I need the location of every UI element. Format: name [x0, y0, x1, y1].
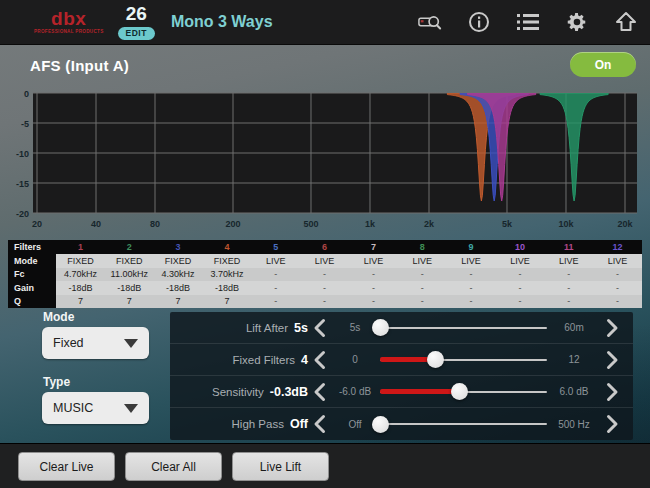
fixed-filters-max-label: 12: [547, 354, 601, 365]
high-pass-slider-knob[interactable]: [372, 416, 389, 433]
clear-live-button[interactable]: Clear Live: [18, 452, 115, 481]
filter-number: 10: [495, 240, 544, 254]
filter-gain-value: -: [544, 281, 593, 295]
svg-text:5k: 5k: [502, 219, 513, 229]
type-dropdown[interactable]: MUSIC: [42, 392, 149, 424]
lift-after-label: Lift After: [246, 322, 288, 334]
high-pass-max-label: 500 Hz: [547, 419, 601, 430]
fixed-filters-label-group: Fixed Filters4: [170, 353, 308, 367]
filter-number: 11: [544, 240, 593, 254]
dbx-logo: dbx PROFESSIONAL PRODUCTS: [34, 9, 104, 35]
slider-line: [380, 327, 547, 329]
filter-fc-value: 3.70kHz: [202, 268, 251, 282]
filter-fc-value: -: [593, 268, 642, 282]
device-block: 26 EDIT: [118, 4, 155, 40]
filter-number: 9: [447, 240, 496, 254]
table-row-label: Fc: [8, 268, 56, 282]
fixed-filters-slider-track[interactable]: [380, 344, 547, 375]
filter-mode-value: LIVE: [447, 254, 496, 268]
svg-text:-10: -10: [16, 149, 29, 159]
high-pass-decrement-chevron-icon[interactable]: [308, 414, 330, 434]
filter-number: 6: [300, 240, 349, 254]
filter-mode-value: FIXED: [56, 254, 105, 268]
sensitivity-slider-track[interactable]: [380, 376, 547, 407]
menu-list-icon[interactable]: [516, 10, 540, 34]
filter-mode-value: LIVE: [495, 254, 544, 268]
sensitivity-slider-row: Sensitivity-0.3dB-6.0 dB6.0 dB: [170, 376, 633, 408]
filter-q-value: -: [593, 295, 642, 309]
table-row-label: Mode: [8, 254, 56, 268]
fixed-filters-slider-knob[interactable]: [427, 351, 444, 368]
lift-after-decrement-chevron-icon[interactable]: [308, 318, 330, 338]
filter-fc-value: -: [398, 268, 447, 282]
filter-fc-value: -: [495, 268, 544, 282]
sensitivity-decrement-chevron-icon[interactable]: [308, 382, 330, 402]
filter-q-value: 7: [56, 295, 105, 309]
lift-after-slider-row: Lift After5s5s60m: [170, 312, 633, 344]
mode-dropdown[interactable]: Fixed: [42, 327, 149, 359]
filter-gain-value: -: [447, 281, 496, 295]
fixed-filters-min-label: 0: [330, 354, 380, 365]
filter-q-value: 7: [202, 295, 251, 309]
filter-mode-value: FIXED: [154, 254, 203, 268]
svg-text:-20: -20: [16, 209, 29, 219]
filter-q-value: -: [300, 295, 349, 309]
lift-after-slider-track[interactable]: [380, 312, 547, 343]
high-pass-slider-row: High PassOffOff500 Hz: [170, 408, 633, 440]
filter-q-value: -: [349, 295, 398, 309]
lift-after-slider-knob[interactable]: [372, 319, 389, 336]
filter-mode-value: LIVE: [544, 254, 593, 268]
svg-text:10k: 10k: [558, 219, 574, 229]
svg-text:-5: -5: [21, 119, 29, 129]
filter-number: 7: [349, 240, 398, 254]
home-icon[interactable]: [614, 10, 638, 34]
info-icon[interactable]: [467, 10, 491, 34]
high-pass-value: Off: [290, 417, 308, 431]
svg-text:1k: 1k: [365, 219, 376, 229]
high-pass-increment-chevron-icon[interactable]: [601, 414, 623, 434]
slider-line: [380, 423, 547, 425]
live-lift-button[interactable]: Live Lift: [232, 452, 329, 481]
dbx-logo-text: dbx: [34, 9, 104, 28]
fixed-filters-increment-chevron-icon[interactable]: [601, 350, 623, 370]
slider-fill: [380, 389, 459, 394]
filter-number: 1: [56, 240, 105, 254]
filter-mode-value: LIVE: [251, 254, 300, 268]
sensitivity-value: -0.3dB: [270, 385, 308, 399]
filter-q-value: -: [544, 295, 593, 309]
device-number: 26: [118, 4, 155, 23]
afs-title: AFS (Input A): [30, 57, 129, 74]
sensitivity-increment-chevron-icon[interactable]: [601, 382, 623, 402]
svg-text:-15: -15: [16, 179, 29, 189]
sensitivity-slider-knob[interactable]: [451, 383, 468, 400]
filter-gain-value: -: [495, 281, 544, 295]
filter-mode-value: FIXED: [202, 254, 251, 268]
sensitivity-label: Sensitivity: [212, 386, 264, 398]
afs-page: dbx PROFESSIONAL PRODUCTS 26 EDIT Mono 3…: [0, 0, 650, 488]
settings-gear-icon[interactable]: [565, 10, 589, 34]
sensitivity-min-label: -6.0 dB: [330, 386, 380, 397]
chevron-down-icon: [124, 339, 138, 348]
lift-after-increment-chevron-icon[interactable]: [601, 318, 623, 338]
mode-label: Mode: [43, 310, 74, 324]
clear-all-button[interactable]: Clear All: [125, 452, 222, 481]
lift-after-max-label: 60m: [547, 322, 601, 333]
slider-panel: Lift After5s5s60mFixed Filters4012Sensit…: [170, 312, 633, 440]
lift-after-label-group: Lift After5s: [170, 321, 308, 335]
wizard-icon[interactable]: [418, 10, 442, 34]
filter-fc-value: 4.70kHz: [56, 268, 105, 282]
afs-on-toggle[interactable]: On: [570, 52, 636, 77]
fixed-filters-decrement-chevron-icon[interactable]: [308, 350, 330, 370]
filter-fc-value: -: [544, 268, 593, 282]
page-title: Mono 3 Ways: [171, 13, 273, 31]
filter-number: 5: [251, 240, 300, 254]
table-row-label: Filters: [8, 240, 56, 254]
filter-fc-value: -: [349, 268, 398, 282]
filter-fc-value: -: [447, 268, 496, 282]
high-pass-label-group: High PassOff: [170, 417, 308, 431]
table-row-label: Q: [8, 295, 56, 309]
filter-number: 4: [202, 240, 251, 254]
high-pass-slider-track[interactable]: [380, 408, 547, 440]
svg-text:200: 200: [225, 219, 240, 229]
filter-mode-value: LIVE: [349, 254, 398, 268]
